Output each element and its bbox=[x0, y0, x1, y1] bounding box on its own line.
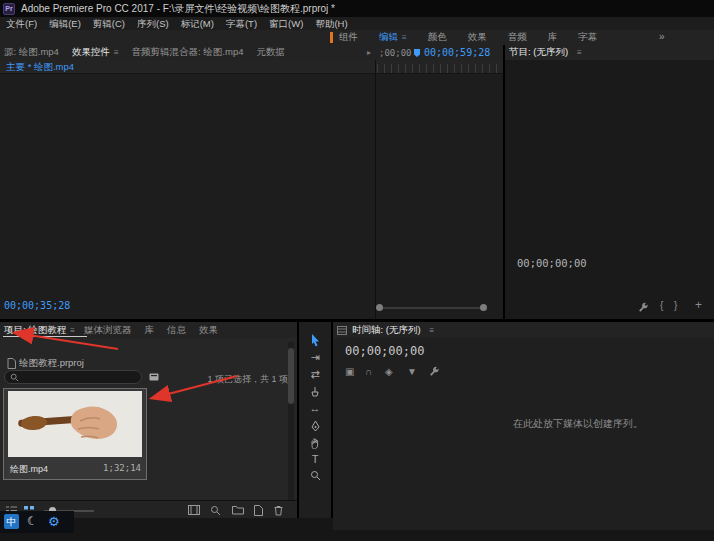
slip-tool[interactable]: ↔ bbox=[299, 402, 331, 415]
project-panel: 项目: 绘图教程 ≡ 媒体浏览器 库 信息 效果 绘图教程.prproj bbox=[0, 322, 297, 518]
type-tool[interactable]: T bbox=[299, 453, 331, 466]
program-settings-wrench-icon[interactable] bbox=[638, 302, 649, 313]
tab-audio-clip-mixer[interactable]: 音频剪辑混合器: 绘图.mp4 bbox=[132, 46, 244, 59]
workspace-menu-icon[interactable]: ≡ bbox=[402, 33, 407, 42]
tab-effect-controls[interactable]: 效果控件 ≡ bbox=[72, 46, 119, 59]
tab-media-browser[interactable]: 媒体浏览器 bbox=[84, 324, 132, 337]
ime-language-button[interactable]: 中 bbox=[4, 514, 19, 529]
ripple-edit-tool[interactable]: ⇄ bbox=[299, 368, 331, 381]
media-item-cell[interactable]: 绘图.mp4 1;32;14 bbox=[3, 388, 147, 480]
ime-moon-icon[interactable]: ☾ bbox=[27, 514, 38, 529]
hand-tool[interactable] bbox=[299, 437, 331, 449]
menu-item-marker[interactable]: 标记(M) bbox=[175, 17, 220, 30]
track-select-forward-tool[interactable]: ⇥ bbox=[299, 351, 331, 364]
media-item-name: 绘图.mp4 bbox=[10, 463, 48, 476]
premiere-app-window: Pr Adobe Premiere Pro CC 2017 - F:\录屏文件\… bbox=[0, 0, 714, 541]
workspace-bar: 组件 编辑 ≡ 颜色 效果 音频 库 字幕 » bbox=[0, 30, 714, 45]
source-current-timecode[interactable]: 00;00;35;28 bbox=[4, 300, 70, 311]
timeline-sequence-icon bbox=[337, 326, 347, 335]
ruler-start-label: ;00;00 bbox=[379, 48, 412, 58]
menu-item-sequence[interactable]: 序列(S) bbox=[131, 17, 175, 30]
effect-controls-panel-menu-icon[interactable]: ≡ bbox=[114, 48, 119, 57]
add-marker-button[interactable]: ▼ bbox=[407, 366, 417, 378]
program-panel-menu-icon[interactable]: ≡ bbox=[577, 48, 582, 57]
zoom-tool[interactable] bbox=[299, 470, 331, 481]
timeline-current-timecode[interactable]: 00;00;00;00 bbox=[345, 344, 424, 358]
delete-button[interactable] bbox=[274, 505, 283, 516]
zoom-handle-left[interactable] bbox=[376, 304, 383, 311]
effect-controls-divider[interactable] bbox=[375, 60, 376, 319]
project-panel-menu-icon[interactable]: ≡ bbox=[70, 326, 75, 335]
media-item-duration: 1;32;14 bbox=[103, 463, 141, 473]
tab-source-monitor[interactable]: 源: 绘图.mp4 bbox=[4, 46, 59, 59]
selection-status: 1 项已选择，共 1 项 bbox=[150, 373, 288, 386]
tab-effect-controls-label: 效果控件 bbox=[72, 46, 110, 59]
zoom-handle-right[interactable] bbox=[480, 304, 487, 311]
effect-controls-panel: 源: 绘图.mp4 效果控件 ≡ 音频剪辑混合器: 绘图.mp4 元数据 ▸ ;… bbox=[0, 45, 503, 319]
button-editor-button[interactable]: + bbox=[695, 299, 702, 311]
workspace-tab-editing[interactable]: 编辑 ≡ bbox=[379, 31, 407, 44]
timeline-panel-menu-icon[interactable]: ≡ bbox=[430, 326, 435, 335]
effect-controls-ruler[interactable] bbox=[377, 64, 501, 73]
active-tab-underline bbox=[3, 336, 87, 337]
menu-bar: 文件(F) 编辑(E) 剪辑(C) 序列(S) 标记(M) 字幕(T) 窗口(W… bbox=[0, 17, 714, 30]
timeline-panel: 时间轴: (无序列) ≡ 00;00;00;00 ▣ ∩ ◈ ▼ 在此处放下媒体… bbox=[333, 322, 714, 530]
menu-item-clip[interactable]: 剪辑(C) bbox=[87, 17, 131, 30]
workspace-tab-titles[interactable]: 字幕 bbox=[578, 31, 597, 44]
tab-project[interactable]: 项目: 绘图教程 ≡ bbox=[4, 324, 75, 337]
new-item-button[interactable] bbox=[254, 505, 263, 516]
tab-project-label: 项目: 绘图教程 bbox=[4, 324, 66, 337]
project-file-icon bbox=[7, 358, 16, 369]
premiere-app-icon: Pr bbox=[3, 3, 15, 15]
tab-libraries[interactable]: 库 bbox=[144, 324, 154, 337]
title-bar: Pr Adobe Premiere Pro CC 2017 - F:\录屏文件\… bbox=[0, 0, 714, 17]
marker-timecode: 00;00;59;28 bbox=[424, 47, 490, 58]
master-clip-label: 主要 * 绘图.mp4 bbox=[6, 61, 74, 74]
snap-toggle-button[interactable]: ∩ bbox=[365, 366, 372, 378]
workspace-tab-audio[interactable]: 音频 bbox=[508, 31, 527, 44]
workspace-overflow-button[interactable]: » bbox=[659, 31, 665, 42]
tools-panel: ⇥ ⇄ ↔ T bbox=[299, 322, 331, 518]
menu-item-file[interactable]: 文件(F) bbox=[0, 17, 43, 30]
ruler-playhead-icon: ▸ bbox=[367, 48, 371, 57]
media-item-thumbnail bbox=[8, 391, 142, 457]
workspace-tab-libraries[interactable]: 库 bbox=[548, 31, 558, 44]
ime-settings-gear-icon[interactable]: ⚙ bbox=[48, 513, 60, 530]
program-current-timecode[interactable]: 00;00;00;00 bbox=[517, 257, 587, 269]
menu-item-title[interactable]: 字幕(T) bbox=[220, 17, 263, 30]
workspace-tab-color[interactable]: 颜色 bbox=[428, 31, 447, 44]
ime-toolbar: 中 ☾ ⚙ bbox=[0, 511, 74, 533]
pen-tool[interactable] bbox=[299, 420, 331, 432]
menu-item-help[interactable]: 帮助(H) bbox=[309, 17, 353, 30]
selection-tool[interactable] bbox=[299, 334, 331, 347]
linked-selection-button[interactable]: ◈ bbox=[385, 366, 393, 378]
tab-info[interactable]: 信息 bbox=[167, 324, 186, 337]
lift-button[interactable]: { bbox=[660, 300, 663, 312]
project-scrollbar-thumb[interactable] bbox=[288, 348, 294, 404]
automate-to-sequence-button[interactable] bbox=[188, 505, 200, 515]
tab-metadata[interactable]: 元数据 bbox=[256, 46, 285, 59]
zoom-scrollbar-track[interactable] bbox=[381, 307, 483, 309]
tab-timeline[interactable]: 时间轴: (无序列) bbox=[352, 324, 421, 337]
tab-program-monitor[interactable]: 节目: (无序列) bbox=[509, 46, 568, 59]
window-title: Adobe Premiere Pro CC 2017 - F:\录屏文件\经验视… bbox=[21, 2, 335, 16]
find-button[interactable] bbox=[210, 505, 221, 516]
timeline-settings-wrench-icon[interactable] bbox=[429, 366, 440, 377]
menu-item-window[interactable]: 窗口(W) bbox=[263, 17, 309, 30]
extract-button[interactable]: } bbox=[674, 300, 677, 312]
razor-tool[interactable] bbox=[299, 386, 331, 397]
search-input[interactable] bbox=[23, 372, 136, 382]
search-box[interactable] bbox=[4, 370, 142, 384]
workspace-accent-marker bbox=[330, 32, 333, 43]
tab-effects[interactable]: 效果 bbox=[199, 324, 218, 337]
clip-marker-icon bbox=[413, 48, 421, 58]
menu-item-edit[interactable]: 编辑(E) bbox=[43, 17, 87, 30]
program-monitor-panel: 节目: (无序列) ≡ 00;00;00;00 { } + bbox=[505, 45, 714, 319]
nest-toggle-button[interactable]: ▣ bbox=[345, 366, 354, 378]
timeline-tabbar: 时间轴: (无序列) ≡ bbox=[333, 322, 714, 338]
workspace-tab-effects[interactable]: 效果 bbox=[468, 31, 487, 44]
project-scrollbar[interactable] bbox=[288, 342, 294, 518]
workspace-tab-assembly[interactable]: 组件 bbox=[339, 31, 358, 44]
new-bin-button[interactable] bbox=[232, 505, 244, 515]
project-file-breadcrumb[interactable]: 绘图教程.prproj bbox=[19, 357, 84, 370]
